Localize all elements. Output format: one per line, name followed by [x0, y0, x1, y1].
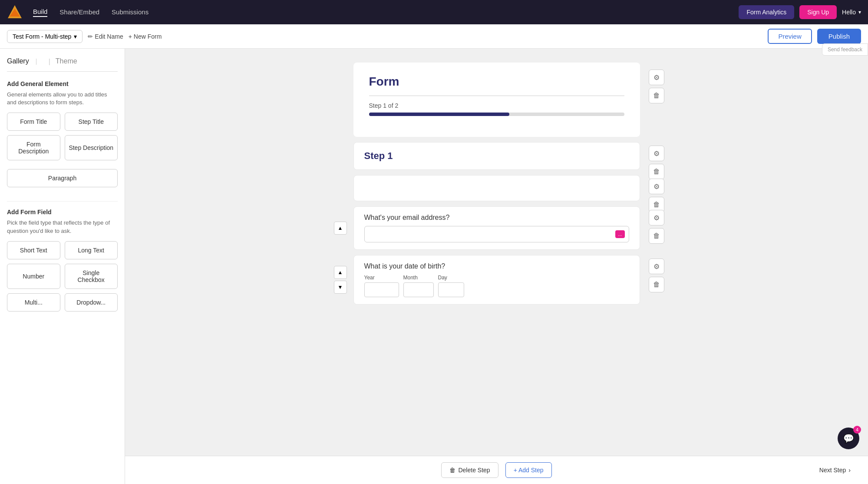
email-input-wrapper: ...	[364, 226, 629, 242]
top-nav: Build Share/Embed Submissions Form Analy…	[0, 0, 868, 24]
day-col: Day	[438, 275, 464, 297]
date-question: What is your date of birth?	[364, 262, 629, 270]
feedback-button[interactable]: Send feedback	[822, 49, 868, 56]
bottom-bar: 🗑 Delete Step + Add Step Next Step ›	[125, 456, 868, 484]
step-title-display: Step 1	[364, 150, 629, 162]
date-field-down-button[interactable]: ▼	[334, 281, 347, 294]
next-step-button[interactable]: Next Step ›	[819, 467, 851, 474]
form-title-display: Form	[369, 75, 624, 89]
element-grid: Form Title Step Title Form Description S…	[7, 113, 118, 160]
dropdown-btn[interactable]: Dropdow...	[65, 293, 118, 312]
nav-submissions[interactable]: Submissions	[112, 8, 149, 17]
step-block-actions: ⚙ 🗑	[649, 146, 664, 179]
month-input[interactable]	[403, 282, 434, 297]
sidebar: Gallery | Theme Add General Element Gene…	[0, 49, 125, 484]
date-field-settings-button[interactable]: ⚙	[649, 259, 664, 274]
next-chevron-icon: ›	[848, 467, 851, 474]
general-element-title: Add General Element	[7, 80, 118, 87]
field-desc: Pick the field type that reflects the ty…	[7, 219, 118, 235]
form-name-label: Test Form - Multi-step	[13, 33, 71, 40]
month-col: Month	[403, 275, 434, 297]
date-field-block: ▲ ▼ What is your date of birth? Year Mon…	[353, 255, 640, 305]
trash-icon: 🗑	[449, 467, 455, 474]
form-analytics-button[interactable]: Form Analytics	[739, 5, 794, 19]
form-name-chevron-icon: ▾	[74, 33, 77, 40]
email-field-nav: ▲	[334, 222, 347, 235]
step-description-btn[interactable]: Step Description	[65, 135, 118, 160]
field-title: Add Form Field	[7, 209, 118, 215]
sidebar-tabs: Gallery | Theme	[7, 56, 118, 72]
paragraph-btn[interactable]: Paragraph	[7, 169, 118, 187]
single-checkbox-btn[interactable]: Single Checkbox	[65, 264, 118, 289]
progress-bar-fill	[369, 113, 509, 116]
email-field-up-button[interactable]: ▲	[334, 222, 347, 235]
user-label: Hello	[842, 9, 856, 16]
form-name-selector[interactable]: Test Form - Multi-step ▾	[7, 30, 83, 43]
nav-links: Build Share/Embed Submissions	[33, 8, 149, 17]
edit-name-button[interactable]: ✏ Edit Name	[88, 33, 123, 40]
nav-right: Form Analytics Sign Up Hello ▾	[739, 5, 861, 19]
new-form-button[interactable]: + New Form	[129, 33, 162, 40]
form-card-actions: ⚙ 🗑	[649, 70, 664, 103]
email-field-block: ▲ What's your email address? ...	[353, 206, 640, 250]
sign-up-button[interactable]: Sign Up	[799, 5, 837, 19]
number-btn[interactable]: Number	[7, 264, 60, 289]
email-field-delete-button[interactable]: 🗑	[649, 228, 664, 244]
empty-field-settings-button[interactable]: ⚙	[649, 179, 664, 194]
content-area: Send feedback Form Step 1 of 2 ⚙ 🗑 Step …	[125, 49, 868, 484]
email-field-settings-button[interactable]: ⚙	[649, 210, 664, 225]
tab-gallery[interactable]: Gallery	[7, 56, 43, 68]
year-col: Year	[364, 275, 399, 297]
year-label: Year	[364, 275, 399, 281]
year-input[interactable]	[364, 282, 399, 297]
preview-button[interactable]: Preview	[768, 29, 812, 44]
step-delete-button[interactable]: 🗑	[649, 164, 664, 179]
date-field-delete-button[interactable]: 🗑	[649, 277, 664, 292]
nav-share-embed[interactable]: Share/Embed	[59, 8, 99, 17]
add-step-button[interactable]: + Add Step	[505, 462, 552, 478]
user-dropdown[interactable]: Hello ▾	[842, 9, 861, 16]
progress-bar-container	[369, 113, 624, 116]
chat-badge: 4	[853, 426, 861, 434]
long-text-btn[interactable]: Long Text	[65, 241, 118, 259]
form-description-btn[interactable]: Form Description	[7, 135, 60, 160]
step-title-btn[interactable]: Step Title	[65, 113, 118, 131]
form-settings-button[interactable]: ⚙	[649, 70, 664, 85]
chat-icon: 💬	[843, 433, 854, 444]
step-block: Step 1	[353, 142, 640, 170]
form-header-divider	[369, 96, 624, 96]
multi-btn[interactable]: Multi...	[7, 293, 60, 312]
field-grid: Short Text Long Text Number Single Check…	[7, 241, 118, 312]
email-question: What's your email address?	[364, 214, 629, 222]
publish-button[interactable]: Publish	[817, 29, 861, 44]
email-badge: ...	[615, 230, 624, 238]
toolbar: Test Form - Multi-step ▾ ✏ Edit Name + N…	[0, 24, 868, 49]
tab-theme[interactable]: Theme	[56, 56, 84, 68]
short-text-btn[interactable]: Short Text	[7, 241, 60, 259]
nav-build[interactable]: Build	[33, 8, 47, 17]
user-chevron-icon: ▾	[858, 9, 861, 15]
form-header-card: Form Step 1 of 2	[353, 63, 640, 137]
logo-icon	[7, 4, 23, 20]
date-field-up-button[interactable]: ▲	[334, 266, 347, 279]
step-settings-button[interactable]: ⚙	[649, 146, 664, 161]
general-element-desc: General elements allow you to add titles…	[7, 91, 118, 106]
divider	[7, 201, 118, 202]
main-layout: Gallery | Theme Add General Element Gene…	[0, 49, 868, 484]
date-field-row: Year Month Day	[364, 275, 629, 297]
step-indicator: Step 1 of 2	[369, 102, 624, 109]
form-title-btn[interactable]: Form Title	[7, 113, 60, 131]
empty-field-block	[353, 175, 640, 201]
form-delete-button[interactable]: 🗑	[649, 88, 664, 103]
day-label: Day	[438, 275, 464, 281]
pencil-icon: ✏	[88, 33, 93, 40]
chat-widget[interactable]: 💬 4	[838, 428, 859, 449]
delete-step-button[interactable]: 🗑 Delete Step	[441, 462, 498, 478]
email-input[interactable]	[364, 226, 629, 242]
day-input[interactable]	[438, 282, 464, 297]
month-label: Month	[403, 275, 434, 281]
